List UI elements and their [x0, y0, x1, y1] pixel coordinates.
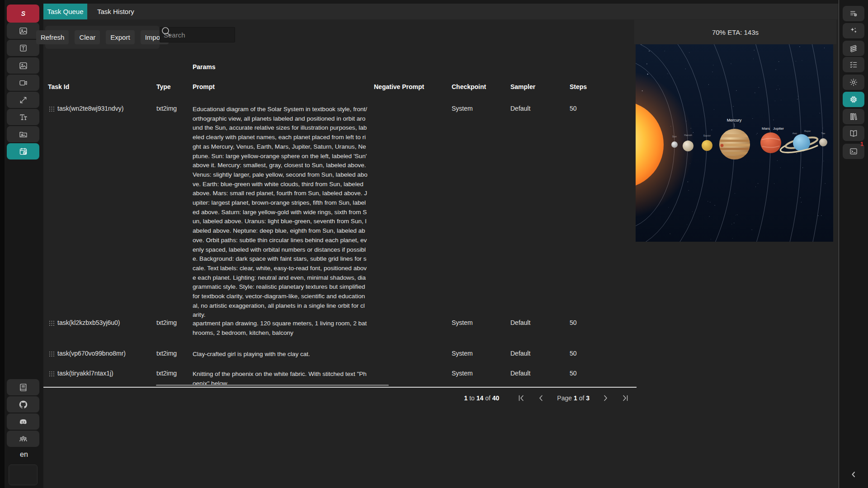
steps-cell: 50 [570, 105, 577, 112]
table-row[interactable]: task(kl2kzbxb53yj6u0) txt2img apartment … [43, 316, 637, 347]
col-header-prompt[interactable]: Prompt [193, 83, 215, 90]
page-summary: Page 1 of 3 [557, 394, 590, 402]
last-page-button[interactable] [621, 394, 629, 402]
tab-bar: Task Queue Task History [43, 4, 838, 19]
row-drag-handle[interactable] [49, 351, 55, 358]
page-word: Page [557, 394, 572, 402]
page-current: 1 [574, 394, 577, 402]
svg-text:S: S [21, 9, 25, 17]
right-sidebar: 1 [839, 0, 868, 488]
sampler-cell: Default [510, 105, 530, 112]
rsb-settings[interactable] [843, 75, 864, 90]
text-frame-icon [19, 43, 28, 53]
refresh-button[interactable]: Refresh [36, 30, 69, 44]
checkpoint-cell: System [452, 370, 473, 377]
page-total: 3 [586, 394, 590, 402]
rsb-system-monitor[interactable] [843, 92, 864, 107]
chevron-left-icon [850, 471, 857, 478]
queue-toolbar: Refresh Clear Export Import [45, 26, 160, 49]
steps-cell: 50 [570, 370, 577, 377]
terminal-badge: 1 [860, 141, 863, 147]
type-cell: txt2img [156, 350, 177, 357]
col-header-sampler[interactable]: Sampler [510, 83, 535, 90]
col-header-negative-prompt[interactable]: Negative Prompt [374, 83, 424, 90]
rsb-checklist[interactable] [843, 57, 864, 72]
col-header-steps[interactable]: Steps [570, 83, 587, 90]
rsb-ai-tools[interactable] [843, 23, 864, 38]
generation-progress: 70% ETA: 143s [634, 20, 836, 44]
sidebar-item-generate[interactable] [7, 23, 39, 39]
range-to: 14 [476, 394, 484, 402]
first-page-button[interactable] [517, 394, 525, 402]
sidebar-item-docs[interactable] [7, 379, 39, 395]
sidebar-item-community[interactable] [7, 431, 39, 447]
svg-text:Equtor: Equtor [703, 134, 711, 137]
sidebar-item-task-queue[interactable] [7, 143, 39, 160]
task-id-cell: task(vp670vo99bno8mr) [57, 350, 126, 357]
row-drag-handle[interactable] [49, 371, 55, 378]
next-page-button[interactable] [601, 394, 609, 402]
table-header: Params Task Id Type Prompt Negative Prom… [43, 60, 637, 102]
tab-task-queue[interactable]: Task Queue [43, 4, 87, 19]
discord-icon [19, 417, 28, 427]
table-bottom-border [43, 387, 637, 388]
font-Tt-icon [19, 113, 28, 122]
sidebar-item-typography[interactable] [7, 109, 39, 125]
col-header-task-id[interactable]: Task Id [48, 83, 69, 90]
export-button[interactable]: Export [106, 30, 134, 44]
params-group-header: Params [193, 63, 216, 70]
gear-icon [849, 78, 858, 87]
horizontal-scrollbar-thumb[interactable] [156, 385, 389, 386]
steps-cell: 50 [570, 350, 577, 357]
prompt-cell: Clay-crafted girl is playing with the cl… [193, 350, 368, 359]
sidebar-item-gallery[interactable] [7, 126, 39, 142]
rsb-user-guide[interactable] [843, 126, 864, 141]
rsb-model-library[interactable] [843, 109, 864, 124]
table-row[interactable]: task(vp670vo99bno8mr) txt2img Clay-craft… [43, 347, 637, 367]
top-strip [43, 0, 839, 4]
calendar-clock-icon [19, 147, 28, 156]
rsb-film-frames[interactable] [843, 41, 864, 56]
table-body: task(wn2te8wj931ndvy) txt2img Educationa… [43, 102, 637, 388]
sidebar-item-github[interactable] [7, 396, 39, 413]
tab-task-history[interactable]: Task History [87, 4, 144, 19]
video-camera-icon [19, 78, 28, 88]
row-drag-handle[interactable] [49, 320, 55, 328]
language-switch[interactable]: en [5, 450, 43, 459]
svg-text:Awc: Awc [793, 132, 797, 135]
swarm-logo-button[interactable]: S [7, 5, 39, 23]
sidebar-empty-slot[interactable] [9, 465, 38, 485]
prompt-cell: Educational diagram of the Solar System … [193, 105, 368, 320]
range-of-word: of [485, 394, 491, 402]
rsb-terminal[interactable]: 1 [843, 144, 864, 159]
type-cell: txt2img [156, 105, 177, 112]
range-total: 40 [492, 394, 500, 402]
checkpoint-cell: System [452, 319, 473, 326]
col-header-checkpoint[interactable]: Checkpoint [452, 83, 486, 90]
open-book-icon [849, 129, 858, 138]
github-icon [19, 400, 28, 409]
col-header-type[interactable]: Type [156, 83, 171, 90]
progress-label: 70% ETA: 143s [712, 28, 759, 36]
sparkles-icon [849, 26, 858, 35]
clear-button[interactable]: Clear [75, 30, 100, 44]
list-settings-icon [849, 9, 858, 18]
rsb-generation-settings[interactable] [843, 6, 864, 21]
row-drag-handle[interactable] [49, 106, 55, 113]
sidebar-item-video[interactable] [7, 75, 39, 91]
svg-text:Tae: Tae [821, 132, 826, 135]
sampler-cell: Default [510, 350, 530, 357]
search-input[interactable] [160, 27, 235, 42]
sidebar-item-upscale[interactable] [7, 92, 39, 108]
task-id-cell: task(tiryakkl7ntax1j) [57, 370, 113, 377]
collapse-panel-button[interactable] [846, 468, 861, 481]
sidebar-item-discord[interactable] [7, 413, 39, 430]
sidebar-item-image-editor[interactable] [7, 57, 39, 74]
sidebar-item-text-frame[interactable] [7, 40, 39, 56]
app-window: S [0, 0, 868, 488]
film-strip-icon [849, 44, 858, 53]
left-sidebar: S [5, 0, 43, 488]
prev-page-button[interactable] [537, 394, 545, 402]
table-row[interactable]: task(wn2te8wj931ndvy) txt2img Educationa… [43, 102, 637, 316]
task-table: Params Task Id Type Prompt Negative Prom… [43, 60, 637, 388]
